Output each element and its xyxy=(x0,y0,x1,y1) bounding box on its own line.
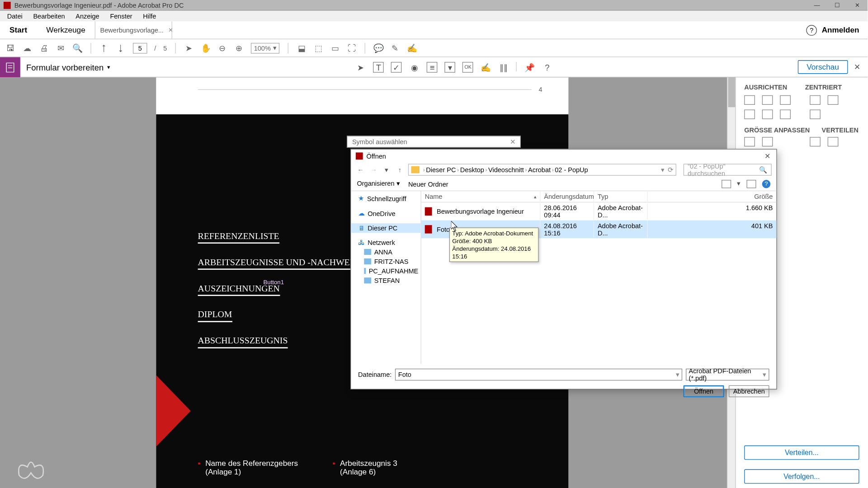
tree-node-anna[interactable]: ANNA xyxy=(351,247,420,257)
maximize-button[interactable]: ☐ xyxy=(827,0,847,10)
crumb-thispc[interactable]: Dieser PC xyxy=(426,166,456,174)
symbol-dialog-close-icon[interactable]: ✕ xyxy=(510,138,515,145)
barcode-field-icon[interactable]: ∥∥ xyxy=(498,61,509,72)
breadcrumb-dropdown-icon[interactable]: ▾ xyxy=(661,166,665,174)
checkbox-field-icon[interactable]: ✓ xyxy=(391,61,402,72)
fit-width-icon[interactable]: ⬓ xyxy=(297,43,307,53)
print-icon[interactable]: 🖨 xyxy=(39,43,49,53)
zoom-select[interactable]: 100%▾ xyxy=(251,42,279,53)
distribute-v-icon[interactable] xyxy=(828,137,839,146)
align-vcenter-icon[interactable] xyxy=(762,110,773,119)
menu-edit[interactable]: Bearbeiten xyxy=(28,12,70,20)
search-input[interactable]: "02 - PopUp" durchsuchen 🔍 xyxy=(684,164,772,175)
tree-node-fritz[interactable]: FRITZ-NAS xyxy=(351,257,420,266)
folder-tree: ★Schnellzugriff ☁OneDrive 🖥Dieser PC 🖧Ne… xyxy=(351,191,421,364)
align-hcenter-icon[interactable] xyxy=(762,95,773,105)
align-bottom-icon[interactable] xyxy=(780,110,791,119)
mail-icon[interactable]: ✉ xyxy=(56,43,66,53)
filename-input[interactable]: Foto▾ xyxy=(395,369,682,380)
signin-link[interactable]: Anmelden xyxy=(822,26,859,35)
signature-icon[interactable]: ✍ xyxy=(407,43,417,53)
nav-up-icon[interactable]: ↑ xyxy=(395,166,405,174)
tree-onedrive[interactable]: ☁OneDrive xyxy=(351,208,420,218)
filetype-select[interactable]: Acrobat PDF-Dateien (*.pdf)▾ xyxy=(686,369,769,380)
col-header-name[interactable]: Name▴ xyxy=(421,191,541,202)
fit-visible-icon[interactable]: ▭ xyxy=(330,43,340,53)
page-current-input[interactable] xyxy=(133,42,147,53)
distribute-button[interactable]: Verteilen... xyxy=(744,446,859,460)
crumb-popup[interactable]: 02 - PopUp xyxy=(555,166,588,174)
page-down-icon[interactable]: ⭣ xyxy=(116,43,126,53)
align-top-icon[interactable] xyxy=(744,110,755,119)
pointer-icon[interactable]: ➤ xyxy=(184,43,194,53)
center-v-icon[interactable] xyxy=(828,95,839,105)
tree-thispc[interactable]: 🖥Dieser PC xyxy=(351,223,420,233)
close-button[interactable]: ✕ xyxy=(847,0,868,10)
close-panel-button[interactable]: ✕ xyxy=(854,62,860,71)
track-button[interactable]: Verfolgen... xyxy=(744,469,859,484)
center-both-icon[interactable] xyxy=(810,110,821,119)
refresh-icon[interactable]: ⟳ xyxy=(668,166,673,174)
crumb-desktop[interactable]: Desktop xyxy=(460,166,484,174)
distribute-h-icon[interactable] xyxy=(810,137,821,146)
save-icon[interactable]: 🖫 xyxy=(6,43,15,53)
tab-document[interactable]: Bewerbungsvorlage... ✕ xyxy=(95,21,172,38)
dropdown-field-icon[interactable]: ▾ xyxy=(445,61,456,72)
tree-node-pcaufnahme[interactable]: PC_AUFNAHME xyxy=(351,266,420,276)
view-mode-icon[interactable] xyxy=(722,179,731,188)
signature-field-icon[interactable]: ✍ xyxy=(481,61,491,72)
view-drop-icon[interactable]: ▾ xyxy=(737,179,741,188)
match-height-icon[interactable] xyxy=(762,137,773,146)
align-right-icon[interactable] xyxy=(780,95,791,105)
cloud-icon[interactable]: ☁ xyxy=(23,43,32,53)
listbox-field-icon[interactable]: ≡ xyxy=(427,61,438,72)
dialog-help-icon[interactable]: ? xyxy=(762,179,770,188)
fit-page-icon[interactable]: ⬚ xyxy=(314,43,323,53)
tab-start[interactable]: Start xyxy=(0,21,37,38)
pin-icon[interactable]: 📌 xyxy=(524,61,535,72)
help-panel-icon[interactable]: ? xyxy=(542,61,553,72)
highlight-icon[interactable]: ✎ xyxy=(391,43,400,53)
align-left-icon[interactable] xyxy=(744,95,755,105)
search-icon[interactable]: 🔍 xyxy=(73,43,82,53)
text-field-icon[interactable]: T xyxy=(373,61,384,72)
match-width-icon[interactable] xyxy=(744,137,755,146)
tree-network[interactable]: 🖧Netzwerk xyxy=(351,238,420,247)
tree-quickaccess[interactable]: ★Schnellzugriff xyxy=(351,193,420,203)
open-dialog-close-icon[interactable]: ✕ xyxy=(759,152,777,160)
col-header-size[interactable]: Größe xyxy=(648,191,777,202)
button-field-icon[interactable]: OK xyxy=(462,61,473,72)
menu-window[interactable]: Fenster xyxy=(105,12,137,20)
comment-icon[interactable]: 💬 xyxy=(374,43,383,53)
preview-pane-icon[interactable] xyxy=(746,179,756,188)
page-up-icon[interactable]: ⭡ xyxy=(99,43,109,53)
menu-view[interactable]: Anzeige xyxy=(71,12,104,20)
center-h-icon[interactable] xyxy=(810,95,821,105)
zoom-out-icon[interactable]: ⊖ xyxy=(217,43,227,53)
minimize-button[interactable]: — xyxy=(807,0,827,10)
menu-file[interactable]: Datei xyxy=(2,12,27,20)
hand-icon[interactable]: ✋ xyxy=(201,43,210,53)
tree-node-stefan[interactable]: STEFAN xyxy=(351,276,420,285)
col-header-date[interactable]: Änderungsdatum xyxy=(540,191,594,202)
crumb-videoschnitt[interactable]: Videoschnitt xyxy=(488,166,524,174)
cancel-button[interactable]: Abbrechen xyxy=(729,385,769,397)
nav-recent-icon[interactable]: ▾ xyxy=(382,166,392,174)
crumb-acrobat[interactable]: Acrobat xyxy=(528,166,551,174)
col-header-type[interactable]: Typ xyxy=(594,191,648,202)
new-folder-button[interactable]: Neuer Ordner xyxy=(408,180,448,188)
radio-field-icon[interactable]: ◉ xyxy=(409,61,420,72)
file-row[interactable]: Bewerbungsvorlage Ingenieur 28.06.2016 0… xyxy=(421,202,777,221)
read-mode-icon[interactable]: ⛶ xyxy=(347,43,357,53)
breadcrumb[interactable]: › Dieser PC› Desktop› Videoschnitt› Acro… xyxy=(408,164,676,175)
nav-back-icon[interactable]: ← xyxy=(356,166,365,174)
open-button[interactable]: Öffnen xyxy=(684,385,724,397)
form-prepare-title[interactable]: Formular vorbereiten▾ xyxy=(26,62,110,72)
tab-tools[interactable]: Werkzeuge xyxy=(37,21,95,38)
help-icon[interactable]: ? xyxy=(806,25,817,36)
organize-button[interactable]: Organisieren ▾ xyxy=(357,180,400,188)
preview-button[interactable]: Vorschau xyxy=(798,60,848,74)
zoom-in-icon[interactable]: ⊕ xyxy=(234,43,244,53)
selection-tool-icon[interactable]: ➤ xyxy=(355,61,366,72)
menu-help[interactable]: Hilfe xyxy=(138,12,161,20)
